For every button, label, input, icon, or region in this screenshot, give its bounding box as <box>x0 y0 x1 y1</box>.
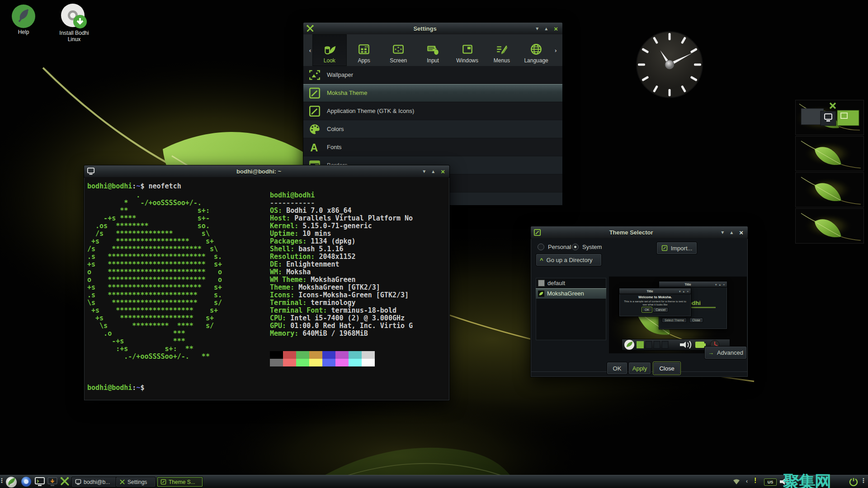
terminal-titlebar[interactable]: bodhi@bodhi: ~ ▾ ▴ × <box>84 165 449 178</box>
neofetch-color-palette <box>270 351 375 366</box>
close-button[interactable]: × <box>441 168 445 175</box>
theme-selector-body: Personal System Import... ^ Go up a Dire… <box>531 238 747 376</box>
theme-icon <box>533 229 541 236</box>
desktop-icon-label: Install Bodhi <box>55 30 93 36</box>
tabbar-scroll-left[interactable]: ‹ <box>308 34 312 66</box>
ok-button[interactable]: OK <box>607 362 627 375</box>
tab-input[interactable]: Input <box>415 34 450 66</box>
task-label: Settings <box>127 479 147 485</box>
power-icon[interactable] <box>849 477 860 488</box>
theme-item-default[interactable]: default <box>536 278 606 288</box>
gray-square-icon <box>538 280 545 286</box>
desktop-icon-help[interactable]: Help <box>7 4 40 35</box>
tabbar-scroll-right[interactable]: › <box>553 34 558 66</box>
preview-window-title: Title <box>660 283 715 286</box>
help-leaf-icon <box>11 4 36 29</box>
tab-menus[interactable]: Menus <box>485 34 519 66</box>
theme-icon <box>661 245 668 251</box>
close-button[interactable]: × <box>739 229 743 236</box>
settings-launcher-icon[interactable] <box>60 476 71 487</box>
taskbar-window-terminal[interactable]: bodhi@b... <box>71 477 120 487</box>
settings-row-wallpaper[interactable]: Wallpaper <box>303 66 562 84</box>
settings-row-application-theme[interactable]: Application Theme (GTK & Icons) <box>303 102 562 120</box>
preview-dialog-title: Title <box>621 290 679 293</box>
apply-button[interactable]: Apply <box>628 362 651 375</box>
desktop-icon-label: Linux <box>55 36 93 42</box>
tab-label: Look <box>324 57 335 64</box>
bodhi-menu-button[interactable] <box>5 476 16 487</box>
preview-dialog: Title▾ ▴ × Welcome to Moksha. This is a … <box>619 288 691 317</box>
tab-screen[interactable]: Screen <box>381 34 415 66</box>
web-browser-icon[interactable] <box>21 476 32 487</box>
theme-item-label: default <box>547 280 565 286</box>
preview-ok-button: OK <box>642 307 652 312</box>
radio-label: Personal <box>548 244 571 250</box>
theme-file-list: default MokshaGreen <box>536 278 606 340</box>
shade-button[interactable]: ▾ <box>721 229 724 235</box>
pager-desktop-2[interactable] <box>796 136 863 171</box>
close-button[interactable]: × <box>554 25 558 33</box>
pager-desktop-4[interactable] <box>796 209 863 243</box>
shelf-drag-handle[interactable]: ••• <box>1 478 3 483</box>
tab-look[interactable]: Look <box>312 34 347 66</box>
tab-language[interactable]: Language <box>519 34 553 66</box>
settings-titlebar[interactable]: Settings ▾ ▴ × <box>303 23 562 35</box>
theme-item-mokshagreen[interactable]: MokshaGreen <box>536 288 606 299</box>
theme-icon <box>160 479 166 485</box>
go-up-directory-button[interactable]: ^ Go up a Directory <box>536 253 602 266</box>
neofetch-ascii-logo: . * -/+ooSSSSoo+/-. ** s+: -+s **** s+- … <box>87 192 222 361</box>
task-label: Theme S... <box>169 479 195 485</box>
radio-circle <box>572 244 579 250</box>
alert-icon[interactable]: ! <box>754 477 756 485</box>
desktop: Help Install Bodhi Linux <box>0 0 868 488</box>
iconify-button[interactable]: ▴ <box>545 25 547 32</box>
settings-row-colors[interactable]: Colors <box>303 120 562 138</box>
tray-drag-handle[interactable]: ••• <box>863 478 864 483</box>
screen-icon <box>392 42 405 56</box>
iconify-button[interactable]: ▴ <box>432 168 434 174</box>
theme-selector-titlebar[interactable]: Theme Selector ▾ ▴ × <box>531 226 748 239</box>
settings-row-fonts[interactable]: A Fonts <box>303 138 562 156</box>
preview-heading: Welcome to Moksha. <box>619 295 691 299</box>
shade-button[interactable]: ▾ <box>536 25 538 32</box>
fonts-icon: A <box>308 141 321 154</box>
close-button[interactable]: Close <box>653 362 680 375</box>
tools-icon <box>306 24 314 33</box>
svg-text:A: A <box>310 141 318 153</box>
import-button[interactable]: Import... <box>656 242 697 254</box>
install-cd-icon <box>60 3 88 30</box>
advanced-button[interactable]: → Advanced <box>704 346 747 359</box>
pager-desktop-3[interactable] <box>796 173 863 207</box>
input-icon <box>426 42 439 56</box>
keyboard-layout-badge[interactable]: US <box>764 479 777 486</box>
theme-icon <box>308 86 321 100</box>
wallpaper-icon <box>308 68 321 82</box>
iconify-button[interactable]: ▴ <box>730 229 733 235</box>
shell-prompt-line: bodhi@bodhi:~$ neofetch <box>87 183 181 190</box>
terminology-app-icon[interactable] <box>34 476 45 487</box>
preview-close-button: Close <box>689 318 703 323</box>
keyboard-layout-label: US <box>768 480 774 484</box>
tab-label: Input <box>427 57 439 64</box>
taskbar-window-settings[interactable]: Settings <box>116 477 156 487</box>
tray-collapse-chevron[interactable]: ‹ <box>746 478 748 484</box>
settings-row-moksha-theme[interactable]: Moksha Theme <box>303 84 562 102</box>
updates-app-icon[interactable] <box>47 476 58 487</box>
bodhi-leaf-logo-icon <box>5 476 17 488</box>
taskbar-window-theme-selector[interactable]: Theme S... <box>157 477 203 487</box>
chevron-up-icon: ^ <box>540 257 543 263</box>
neofetch-host: bodhi@bodhi <box>270 192 413 199</box>
neofetch-underline: ----------- <box>270 199 413 207</box>
tab-windows[interactable]: Windows <box>450 34 485 66</box>
apps-icon <box>357 42 371 56</box>
desktop-icon-install-bodhi[interactable]: Install Bodhi Linux <box>55 3 93 42</box>
shade-button[interactable]: ▾ <box>423 168 425 174</box>
pager-desktop-1[interactable] <box>796 100 863 135</box>
tab-apps[interactable]: Apps <box>347 34 381 66</box>
radio-label: System <box>582 244 602 250</box>
wifi-icon[interactable] <box>732 478 743 488</box>
radio-system[interactable]: System <box>572 244 602 250</box>
radio-personal[interactable]: Personal <box>538 244 571 250</box>
virtual-desktop-pager <box>796 100 863 245</box>
analog-clock-widget[interactable] <box>636 31 703 99</box>
